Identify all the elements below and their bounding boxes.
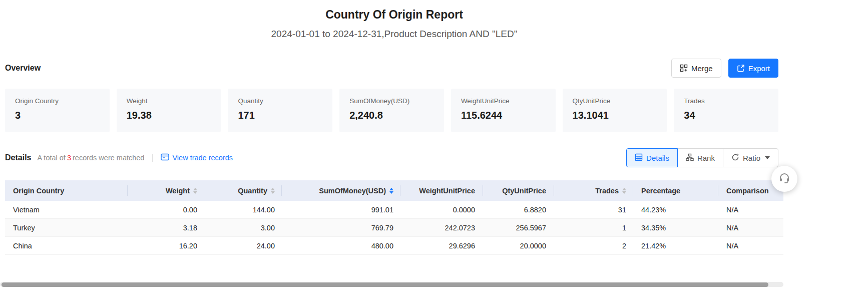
cell-origin-country: China (5, 237, 128, 254)
sort-icon[interactable] (271, 188, 275, 194)
stat-label: Weight (127, 97, 211, 105)
export-button-label: Export (748, 64, 770, 73)
divider (152, 154, 153, 162)
table-row-vietnam: Vietnam 0.00 144.00 991.01 0.0000 6.8820… (5, 201, 783, 219)
view-toggle-group: Details Rank Ratio (626, 148, 778, 167)
page: Country Of Origin Report 2024-01-01 to 2… (0, 0, 868, 293)
stat-value: 34 (684, 110, 768, 121)
stat-card-trades: Trades 34 (674, 89, 778, 132)
chevron-down-icon (765, 156, 770, 159)
column-header-trades[interactable]: Trades (554, 180, 633, 201)
stat-value: 13.1041 (573, 110, 657, 121)
sort-icon[interactable] (193, 188, 197, 194)
cell-trades: 2 (554, 237, 633, 254)
column-header-quantity[interactable]: Quantity (204, 180, 282, 201)
cell-qty-unit-price: 20.0000 (483, 237, 554, 254)
headset-icon (778, 172, 790, 186)
cell-quantity: 144.00 (204, 201, 282, 218)
overview-actions: Merge Export (671, 59, 778, 78)
toggle-rank-button[interactable]: Rank (677, 148, 723, 167)
merge-button-label: Merge (691, 64, 713, 73)
stat-card-qty-unit-price: QtyUnitPrice 13.1041 (563, 89, 667, 132)
toggle-rank-label: Rank (697, 154, 715, 162)
cell-quantity: 3.00 (204, 219, 282, 236)
table-row-china: China 16.20 24.00 480.00 29.6296 20.0000… (5, 237, 783, 255)
records-count: 3 (66, 154, 73, 162)
stat-label: Trades (684, 97, 768, 105)
stat-card-origin-country: Origin Country 3 (5, 89, 110, 132)
sort-icon[interactable] (622, 188, 626, 194)
column-header-sum-of-money[interactable]: SumOfMoney(USD) (282, 180, 400, 201)
stat-value: 115.6244 (461, 110, 546, 121)
cell-weight-unit-price: 29.6296 (400, 237, 483, 254)
table-row-turkey: Turkey 3.18 3.00 769.79 242.0723 256.596… (5, 219, 783, 237)
page-title: Country Of Origin Report (5, 0, 783, 22)
details-bar: Details A total of3records were matched … (5, 148, 783, 167)
view-trade-records-label: View trade records (172, 154, 233, 162)
content: Country Of Origin Report 2024-01-01 to 2… (0, 0, 783, 255)
cell-origin-country: Vietnam (5, 201, 128, 218)
stat-value: 3 (15, 110, 100, 121)
stat-value: 171 (238, 110, 322, 121)
sort-icon-active[interactable] (389, 188, 393, 194)
overview-cards: Origin Country 3 Weight 19.38 Quantity 1… (5, 89, 783, 132)
scrollbar-thumb[interactable] (2, 282, 768, 287)
stat-card-sum-of-money: SumOfMoney(USD) 2,240.8 (339, 89, 444, 132)
column-header-origin-country: Origin Country (5, 180, 128, 201)
stat-label: WeightUnitPrice (461, 97, 546, 105)
column-header-weight[interactable]: Weight (128, 180, 204, 201)
column-header-percentage: Percentage (633, 180, 718, 201)
details-left: Details A total of3records were matched … (5, 153, 233, 162)
column-header-qty-unit-price: QtyUnitPrice (483, 180, 554, 201)
ratio-refresh-icon (731, 153, 739, 163)
toggle-details-button[interactable]: Details (626, 148, 678, 167)
stat-label: QtyUnitPrice (573, 97, 657, 105)
cell-percentage: 34.35% (633, 219, 718, 236)
stat-label: SumOfMoney(USD) (349, 97, 434, 105)
stat-label: Quantity (238, 97, 322, 105)
export-button[interactable]: Export (728, 59, 778, 78)
rank-icon (686, 153, 694, 163)
cell-percentage: 44.23% (633, 201, 718, 218)
cell-percentage: 21.42% (633, 237, 718, 254)
stat-card-weight-unit-price: WeightUnitPrice 115.6244 (451, 89, 556, 132)
cell-quantity: 24.00 (204, 237, 282, 254)
records-summary: A total of3records were matched (37, 154, 144, 162)
view-trade-records-link[interactable]: View trade records (161, 153, 233, 162)
cell-comparison: N/A (718, 237, 783, 254)
page-subtitle: 2024-01-01 to 2024-12-31,Product Descrip… (5, 29, 783, 40)
cell-origin-country: Turkey (5, 219, 128, 236)
cell-sum-of-money: 769.79 (282, 219, 400, 236)
stat-card-quantity: Quantity 171 (228, 89, 332, 132)
stat-value: 19.38 (127, 110, 211, 121)
cell-weight: 3.18 (128, 219, 204, 236)
table-header-row: Origin Country Weight Quantity SumOfMone… (5, 180, 783, 201)
column-header-weight-unit-price: WeightUnitPrice (400, 180, 483, 201)
cell-weight-unit-price: 242.0723 (400, 219, 483, 236)
cell-weight-unit-price: 0.0000 (400, 201, 483, 218)
toggle-ratio-label: Ratio (743, 154, 760, 162)
stat-card-weight: Weight 19.38 (117, 89, 221, 132)
cell-weight: 0.00 (128, 201, 204, 218)
merge-button[interactable]: Merge (671, 59, 721, 78)
cell-qty-unit-price: 6.8820 (483, 201, 554, 218)
cell-sum-of-money: 991.01 (282, 201, 400, 218)
toggle-ratio-button[interactable]: Ratio (723, 148, 778, 167)
trade-records-icon (161, 153, 169, 162)
overview-bar: Overview Merge Export (5, 59, 783, 78)
details-table-icon (635, 153, 643, 163)
details-table: Origin Country Weight Quantity SumOfMone… (5, 180, 783, 255)
cell-weight: 16.20 (128, 237, 204, 254)
stat-value: 2,240.8 (349, 110, 434, 121)
customer-service-button[interactable] (771, 166, 797, 192)
cell-comparison: N/A (718, 219, 783, 236)
export-icon (737, 64, 745, 72)
cell-qty-unit-price: 256.5967 (483, 219, 554, 236)
cell-comparison: N/A (718, 201, 783, 218)
toggle-details-label: Details (646, 154, 669, 162)
cell-trades: 31 (554, 201, 633, 218)
merge-icon (680, 64, 688, 72)
cell-sum-of-money: 480.00 (282, 237, 400, 254)
horizontal-scrollbar[interactable] (0, 282, 783, 287)
cell-trades: 1 (554, 219, 633, 236)
